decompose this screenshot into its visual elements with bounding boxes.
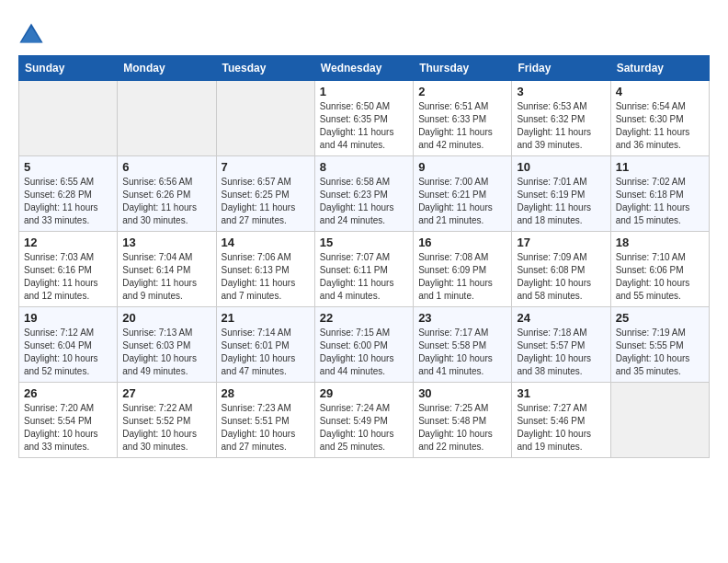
day-number: 27 bbox=[122, 386, 210, 400]
calendar-week-2: 5Sunrise: 6:55 AM Sunset: 6:28 PM Daylig… bbox=[19, 156, 710, 232]
calendar-week-5: 26Sunrise: 7:20 AM Sunset: 5:54 PM Dayli… bbox=[19, 383, 710, 458]
day-info: Sunrise: 7:27 AM Sunset: 5:46 PM Dayligh… bbox=[517, 402, 605, 454]
svg-marker-1 bbox=[21, 27, 41, 43]
day-info: Sunrise: 7:09 AM Sunset: 6:08 PM Dayligh… bbox=[517, 251, 605, 303]
day-number: 10 bbox=[517, 160, 605, 174]
day-number: 16 bbox=[418, 236, 506, 249]
day-info: Sunrise: 7:22 AM Sunset: 5:52 PM Dayligh… bbox=[122, 402, 210, 454]
calendar-cell: 13Sunrise: 7:04 AM Sunset: 6:14 PM Dayli… bbox=[118, 232, 216, 307]
day-info: Sunrise: 7:24 AM Sunset: 5:49 PM Dayligh… bbox=[320, 402, 408, 454]
day-number: 6 bbox=[122, 160, 210, 174]
day-info: Sunrise: 6:51 AM Sunset: 6:33 PM Dayligh… bbox=[418, 100, 506, 152]
calendar-cell bbox=[19, 81, 118, 156]
day-number: 4 bbox=[616, 85, 704, 98]
day-number: 25 bbox=[616, 311, 704, 325]
calendar-week-1: 1Sunrise: 6:50 AM Sunset: 6:35 PM Daylig… bbox=[19, 81, 710, 156]
day-info: Sunrise: 6:54 AM Sunset: 6:30 PM Dayligh… bbox=[616, 100, 704, 152]
calendar-cell: 24Sunrise: 7:18 AM Sunset: 5:57 PM Dayli… bbox=[512, 307, 610, 383]
day-header-tuesday: Tuesday bbox=[216, 56, 314, 81]
day-header-saturday: Saturday bbox=[610, 56, 709, 81]
day-number: 22 bbox=[320, 311, 408, 325]
day-info: Sunrise: 7:20 AM Sunset: 5:54 PM Dayligh… bbox=[24, 402, 112, 454]
day-info: Sunrise: 7:14 AM Sunset: 6:01 PM Dayligh… bbox=[222, 327, 310, 378]
calendar-week-3: 12Sunrise: 7:03 AM Sunset: 6:16 PM Dayli… bbox=[19, 232, 710, 307]
calendar-cell: 17Sunrise: 7:09 AM Sunset: 6:08 PM Dayli… bbox=[512, 232, 610, 307]
day-number: 28 bbox=[222, 386, 310, 400]
calendar-cell: 3Sunrise: 6:53 AM Sunset: 6:32 PM Daylig… bbox=[512, 81, 610, 156]
calendar-cell: 12Sunrise: 7:03 AM Sunset: 6:16 PM Dayli… bbox=[19, 232, 118, 307]
calendar-table: SundayMondayTuesdayWednesdayThursdayFrid… bbox=[18, 55, 710, 458]
day-info: Sunrise: 7:18 AM Sunset: 5:57 PM Dayligh… bbox=[517, 327, 605, 378]
day-header-monday: Monday bbox=[118, 56, 216, 81]
day-number: 20 bbox=[122, 311, 210, 325]
day-info: Sunrise: 6:57 AM Sunset: 6:25 PM Dayligh… bbox=[222, 176, 310, 227]
logo-icon bbox=[18, 20, 44, 46]
calendar-cell: 29Sunrise: 7:24 AM Sunset: 5:49 PM Dayli… bbox=[314, 383, 413, 458]
calendar-cell bbox=[118, 81, 216, 156]
calendar-cell: 25Sunrise: 7:19 AM Sunset: 5:55 PM Dayli… bbox=[610, 307, 709, 383]
page-header bbox=[18, 18, 710, 46]
day-number: 15 bbox=[320, 236, 408, 249]
day-number: 11 bbox=[616, 160, 704, 174]
logo bbox=[18, 18, 48, 46]
calendar-cell: 1Sunrise: 6:50 AM Sunset: 6:35 PM Daylig… bbox=[314, 81, 413, 156]
calendar-cell: 23Sunrise: 7:17 AM Sunset: 5:58 PM Dayli… bbox=[414, 307, 512, 383]
calendar-cell: 8Sunrise: 6:58 AM Sunset: 6:23 PM Daylig… bbox=[314, 156, 413, 232]
day-info: Sunrise: 6:50 AM Sunset: 6:35 PM Dayligh… bbox=[320, 100, 408, 152]
calendar-cell: 27Sunrise: 7:22 AM Sunset: 5:52 PM Dayli… bbox=[118, 383, 216, 458]
calendar-cell: 28Sunrise: 7:23 AM Sunset: 5:51 PM Dayli… bbox=[216, 383, 314, 458]
day-info: Sunrise: 7:10 AM Sunset: 6:06 PM Dayligh… bbox=[616, 251, 704, 303]
calendar-cell: 20Sunrise: 7:13 AM Sunset: 6:03 PM Dayli… bbox=[118, 307, 216, 383]
day-number: 21 bbox=[222, 311, 310, 325]
day-number: 26 bbox=[24, 386, 112, 400]
day-header-friday: Friday bbox=[512, 56, 610, 81]
day-info: Sunrise: 7:15 AM Sunset: 6:00 PM Dayligh… bbox=[320, 327, 408, 378]
calendar-cell: 5Sunrise: 6:55 AM Sunset: 6:28 PM Daylig… bbox=[19, 156, 118, 232]
day-info: Sunrise: 6:56 AM Sunset: 6:26 PM Dayligh… bbox=[122, 176, 210, 227]
day-info: Sunrise: 7:23 AM Sunset: 5:51 PM Dayligh… bbox=[222, 402, 310, 454]
calendar-cell: 16Sunrise: 7:08 AM Sunset: 6:09 PM Dayli… bbox=[414, 232, 512, 307]
calendar-cell: 10Sunrise: 7:01 AM Sunset: 6:19 PM Dayli… bbox=[512, 156, 610, 232]
calendar-cell: 6Sunrise: 6:56 AM Sunset: 6:26 PM Daylig… bbox=[118, 156, 216, 232]
day-number: 5 bbox=[24, 160, 112, 174]
day-number: 19 bbox=[24, 311, 112, 325]
day-info: Sunrise: 7:06 AM Sunset: 6:13 PM Dayligh… bbox=[222, 251, 310, 303]
day-number: 30 bbox=[418, 386, 506, 400]
day-number: 3 bbox=[517, 85, 605, 98]
calendar-cell: 31Sunrise: 7:27 AM Sunset: 5:46 PM Dayli… bbox=[512, 383, 610, 458]
day-header-thursday: Thursday bbox=[414, 56, 512, 81]
day-number: 9 bbox=[418, 160, 506, 174]
day-info: Sunrise: 7:19 AM Sunset: 5:55 PM Dayligh… bbox=[616, 327, 704, 378]
calendar-cell: 18Sunrise: 7:10 AM Sunset: 6:06 PM Dayli… bbox=[610, 232, 709, 307]
day-info: Sunrise: 7:25 AM Sunset: 5:48 PM Dayligh… bbox=[418, 402, 506, 454]
calendar-cell: 11Sunrise: 7:02 AM Sunset: 6:18 PM Dayli… bbox=[610, 156, 709, 232]
day-number: 18 bbox=[616, 236, 704, 249]
calendar-header-row: SundayMondayTuesdayWednesdayThursdayFrid… bbox=[19, 56, 710, 81]
day-info: Sunrise: 7:02 AM Sunset: 6:18 PM Dayligh… bbox=[616, 176, 704, 227]
day-number: 24 bbox=[517, 311, 605, 325]
calendar-cell: 2Sunrise: 6:51 AM Sunset: 6:33 PM Daylig… bbox=[414, 81, 512, 156]
calendar-cell: 26Sunrise: 7:20 AM Sunset: 5:54 PM Dayli… bbox=[19, 383, 118, 458]
day-number: 17 bbox=[517, 236, 605, 249]
calendar-cell: 14Sunrise: 7:06 AM Sunset: 6:13 PM Dayli… bbox=[216, 232, 314, 307]
calendar-cell: 22Sunrise: 7:15 AM Sunset: 6:00 PM Dayli… bbox=[314, 307, 413, 383]
calendar-cell: 9Sunrise: 7:00 AM Sunset: 6:21 PM Daylig… bbox=[414, 156, 512, 232]
day-number: 14 bbox=[222, 236, 310, 249]
calendar-cell: 7Sunrise: 6:57 AM Sunset: 6:25 PM Daylig… bbox=[216, 156, 314, 232]
day-info: Sunrise: 7:17 AM Sunset: 5:58 PM Dayligh… bbox=[418, 327, 506, 378]
day-info: Sunrise: 6:58 AM Sunset: 6:23 PM Dayligh… bbox=[320, 176, 408, 227]
day-header-sunday: Sunday bbox=[19, 56, 118, 81]
day-number: 23 bbox=[418, 311, 506, 325]
day-info: Sunrise: 7:00 AM Sunset: 6:21 PM Dayligh… bbox=[418, 176, 506, 227]
calendar-cell bbox=[216, 81, 314, 156]
day-number: 13 bbox=[122, 236, 210, 249]
calendar-week-4: 19Sunrise: 7:12 AM Sunset: 6:04 PM Dayli… bbox=[19, 307, 710, 383]
calendar-cell: 15Sunrise: 7:07 AM Sunset: 6:11 PM Dayli… bbox=[314, 232, 413, 307]
calendar-cell: 21Sunrise: 7:14 AM Sunset: 6:01 PM Dayli… bbox=[216, 307, 314, 383]
day-info: Sunrise: 7:13 AM Sunset: 6:03 PM Dayligh… bbox=[122, 327, 210, 378]
day-header-wednesday: Wednesday bbox=[314, 56, 413, 81]
calendar-cell: 30Sunrise: 7:25 AM Sunset: 5:48 PM Dayli… bbox=[414, 383, 512, 458]
day-info: Sunrise: 7:04 AM Sunset: 6:14 PM Dayligh… bbox=[122, 251, 210, 303]
day-info: Sunrise: 7:07 AM Sunset: 6:11 PM Dayligh… bbox=[320, 251, 408, 303]
calendar-cell: 19Sunrise: 7:12 AM Sunset: 6:04 PM Dayli… bbox=[19, 307, 118, 383]
